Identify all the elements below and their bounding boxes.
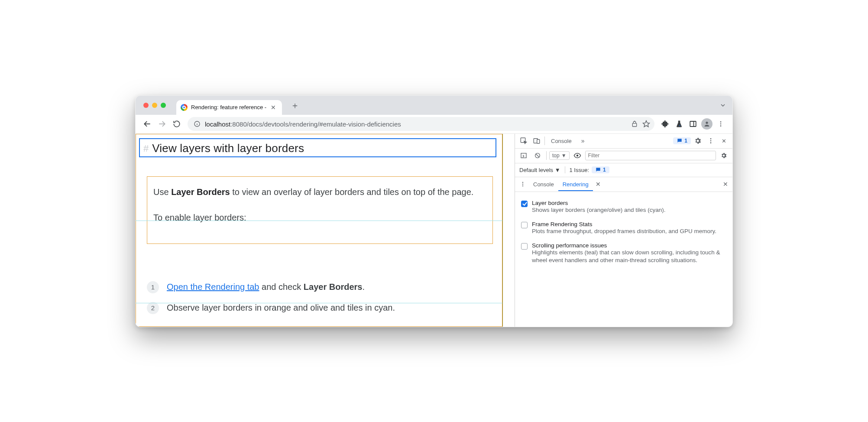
browser-window: Rendering: feature reference - ✕ ＋ local… [135, 95, 733, 327]
scrolling-perf-checkbox[interactable] [521, 243, 528, 250]
window-minimize-button[interactable] [152, 103, 157, 108]
step-number: 2 [147, 302, 159, 314]
option-desc: Highlights elements (teal) that can slow… [532, 249, 727, 264]
issues-link[interactable]: 1 Issue: 1 [565, 166, 609, 173]
browser-toolbar: localhost:8080/docs/devtools/rendering/#… [136, 115, 732, 134]
reload-button[interactable] [170, 117, 183, 130]
open-rendering-link[interactable]: Open the Rendering tab [167, 282, 259, 292]
browser-tab[interactable]: Rendering: feature reference - ✕ [176, 100, 282, 115]
svg-point-25 [522, 184, 523, 185]
rendering-panel: Layer borders Shows layer borders (orang… [515, 192, 732, 273]
inspect-element-icon[interactable] [518, 135, 530, 147]
steps-list: 1 Open the Rendering tab and check Layer… [147, 277, 493, 318]
svg-point-24 [522, 182, 523, 183]
avatar-icon [701, 118, 713, 130]
step-number: 1 [147, 281, 159, 293]
url-text: localhost:8080/docs/devtools/rendering/#… [205, 120, 627, 128]
frame-rendering-stats-checkbox[interactable] [521, 222, 528, 228]
option-desc: Shows layer borders (orange/olive) and t… [532, 206, 665, 214]
execution-context-select[interactable]: top▼ [549, 151, 570, 160]
share-icon[interactable] [631, 120, 638, 127]
back-button[interactable] [141, 117, 154, 130]
device-toolbar-icon[interactable] [531, 135, 543, 147]
devtools-main-toolbar: Console » 1 ✕ [515, 134, 732, 149]
drawer-tab-rendering[interactable]: Rendering [558, 178, 593, 191]
svg-point-7 [679, 125, 680, 126]
forward-button[interactable] [155, 117, 168, 130]
svg-point-18 [710, 140, 712, 142]
rendering-option: Layer borders Shows layer borders (orang… [520, 196, 728, 217]
panel-tab-console[interactable]: Console [547, 135, 576, 147]
tile-divider [136, 303, 502, 303]
svg-point-11 [720, 121, 722, 123]
rendering-option: Frame Rendering Stats Plots frame throug… [520, 217, 728, 239]
chrome-favicon-icon [181, 104, 188, 111]
drawer-close-button[interactable]: ✕ [720, 181, 731, 188]
drawer-tab-console[interactable]: Console [529, 178, 558, 191]
heading-highlight: # View layers with layer borders [139, 138, 496, 157]
svg-point-17 [710, 138, 712, 140]
page-heading: View layers with layer borders [152, 142, 304, 155]
devtools-panel: Console » 1 ✕ [515, 134, 732, 327]
layer-borders-checkbox[interactable] [521, 201, 528, 207]
traffic-lights [143, 103, 166, 108]
drawer-tabstrip: Console Rendering ✕ ✕ [515, 177, 732, 192]
p2-text: To enable layer borders: [153, 211, 486, 224]
drawer-tab-close-button[interactable]: ✕ [593, 181, 603, 188]
issues-badge[interactable]: 1 [673, 137, 691, 144]
new-tab-button[interactable]: ＋ [288, 103, 302, 108]
clear-console-icon[interactable] [531, 149, 544, 162]
drawer-menu-icon[interactable] [517, 178, 529, 190]
log-levels-select[interactable]: Default levels ▼ [519, 167, 560, 173]
svg-marker-6 [643, 121, 650, 127]
svg-line-22 [536, 154, 539, 157]
step-text: Observe layer borders in orange and oliv… [167, 303, 395, 313]
svg-rect-8 [690, 121, 696, 127]
tab-search-button[interactable] [719, 102, 726, 109]
devtools-settings-icon[interactable] [692, 135, 704, 147]
svg-point-13 [720, 125, 722, 127]
chrome-menu-button[interactable] [714, 117, 727, 130]
option-title: Scrolling performance issues [532, 242, 727, 249]
window-close-button[interactable] [143, 103, 149, 108]
profile-button[interactable] [700, 117, 713, 130]
option-desc: Plots frame throughput, dropped frames d… [532, 227, 716, 235]
workspace: # View layers with layer borders Use Lay… [136, 134, 732, 327]
labs-icon[interactable] [673, 117, 686, 130]
svg-point-23 [576, 155, 578, 157]
console-settings-icon[interactable] [718, 149, 730, 162]
devtools-menu-icon[interactable] [705, 135, 717, 147]
svg-point-10 [706, 122, 708, 124]
tab-close-button[interactable]: ✕ [270, 104, 277, 111]
console-status-row: Default levels ▼ 1 Issue: 1 [515, 163, 732, 177]
option-title: Layer borders [532, 200, 665, 206]
page-viewport: # View layers with layer borders Use Lay… [136, 134, 515, 327]
tab-title: Rendering: feature reference - [191, 104, 266, 110]
svg-rect-16 [537, 140, 540, 143]
address-bar[interactable]: localhost:8080/docs/devtools/rendering/#… [188, 117, 654, 131]
console-sidebar-toggle-icon[interactable] [518, 149, 530, 162]
live-expression-icon[interactable] [571, 149, 583, 162]
devtools-close-icon[interactable]: ✕ [718, 135, 730, 147]
p1-bold: Layer Borders [171, 187, 230, 197]
side-panel-icon[interactable] [687, 117, 700, 130]
bookmark-icon[interactable] [642, 120, 650, 128]
svg-point-19 [710, 142, 712, 143]
console-toolbar: top▼ [515, 149, 732, 163]
p1-suffix: to view an overlay of layer borders and … [230, 187, 474, 197]
window-fullscreen-button[interactable] [161, 103, 166, 108]
rendering-option: Scrolling performance issues Highlights … [520, 239, 728, 268]
p1-text: Use [153, 187, 171, 197]
more-panels-button[interactable]: » [577, 135, 589, 147]
toolbar-actions [659, 117, 727, 130]
site-info-icon[interactable] [194, 120, 201, 127]
layer-border-olive [502, 134, 515, 327]
tab-strip: Rendering: feature reference - ✕ ＋ [136, 96, 732, 115]
list-item: 2 Observe layer borders in orange and ol… [147, 298, 493, 318]
svg-point-12 [720, 123, 722, 125]
extensions-icon[interactable] [659, 117, 672, 130]
option-title: Frame Rendering Stats [532, 221, 716, 227]
console-filter-input[interactable] [585, 151, 716, 160]
intro-paragraph: Use Layer Borders to view an overlay of … [147, 176, 493, 244]
svg-rect-5 [632, 123, 636, 127]
